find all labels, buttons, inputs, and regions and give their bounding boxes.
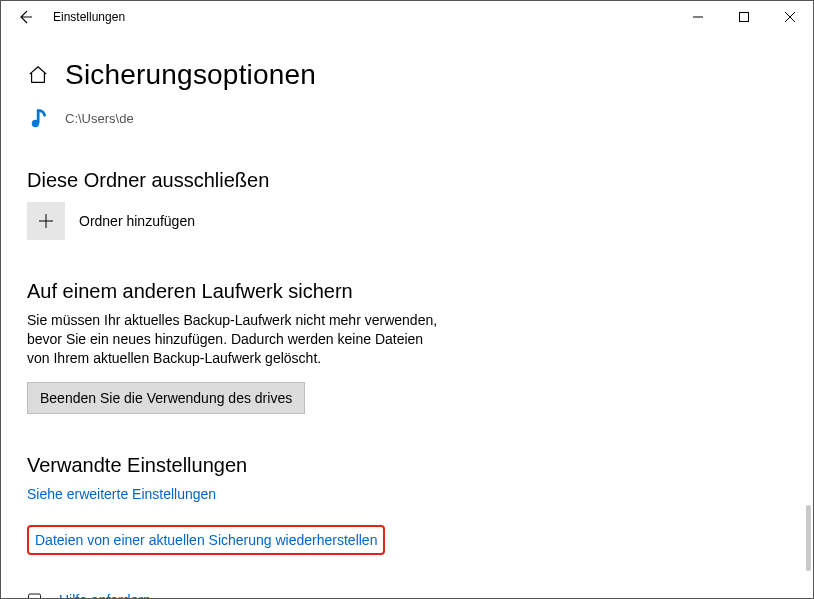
other-drive-heading: Auf einem anderen Laufwerk sichern	[27, 280, 787, 303]
arrow-left-icon	[17, 9, 33, 25]
minimize-button[interactable]	[675, 1, 721, 33]
add-folder-button[interactable]: Ordner hinzufügen	[27, 202, 787, 240]
chat-icon	[27, 591, 45, 599]
minimize-icon	[693, 12, 703, 22]
music-note-icon	[29, 107, 51, 129]
backup-path: C:\Users\de	[65, 111, 134, 126]
restore-files-link[interactable]: Dateien von einer aktuellen Sicherung wi…	[35, 532, 377, 548]
back-button[interactable]	[1, 1, 49, 33]
svg-point-1	[32, 120, 39, 127]
home-icon[interactable]	[27, 64, 49, 86]
close-button[interactable]	[767, 1, 813, 33]
exclude-heading: Diese Ordner ausschließen	[27, 169, 787, 192]
svg-rect-0	[740, 13, 749, 22]
window-title: Einstellungen	[49, 10, 125, 24]
related-heading: Verwandte Einstellungen	[27, 454, 787, 477]
other-drive-desc: Sie müssen Ihr aktuelles Backup-Laufwerk…	[27, 311, 447, 368]
scrollbar-thumb[interactable]	[806, 505, 811, 571]
stop-using-drive-button[interactable]: Beenden Sie die Verwendung des drives	[27, 382, 305, 414]
add-folder-label: Ordner hinzufügen	[79, 213, 195, 229]
help-link[interactable]: Hilfe anfordern	[59, 592, 151, 599]
page-title: Sicherungsoptionen	[65, 59, 316, 91]
close-icon	[785, 12, 795, 22]
restore-highlight-box: Dateien von einer aktuellen Sicherung wi…	[27, 525, 385, 555]
maximize-button[interactable]	[721, 1, 767, 33]
maximize-icon	[739, 12, 749, 22]
advanced-settings-link[interactable]: Siehe erweiterte Einstellungen	[27, 486, 216, 502]
plus-icon	[36, 211, 56, 231]
